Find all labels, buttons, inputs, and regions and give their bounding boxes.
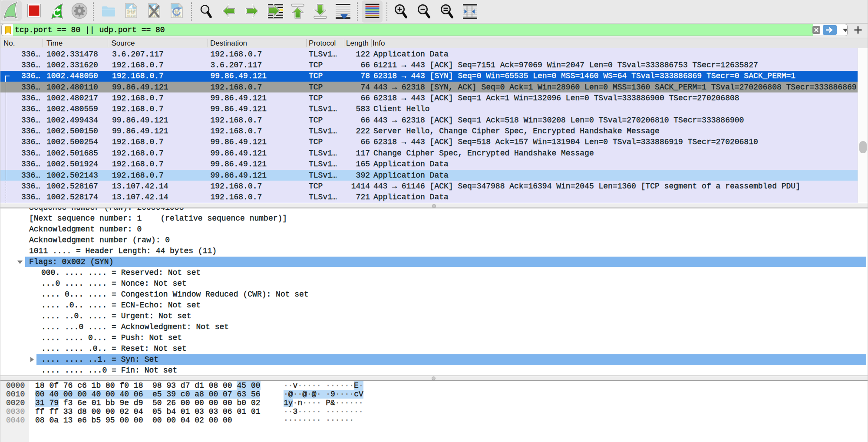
svg-text:01110: 01110	[127, 15, 136, 18]
